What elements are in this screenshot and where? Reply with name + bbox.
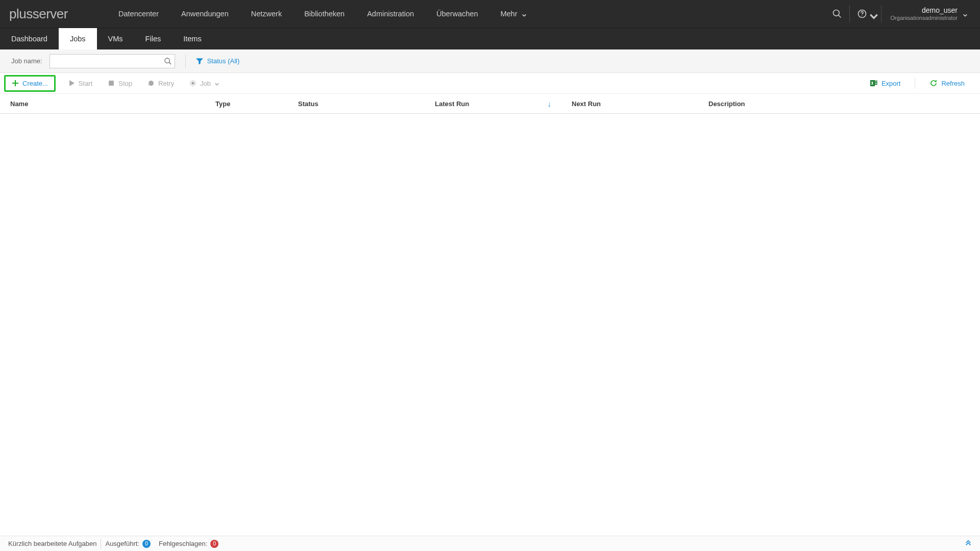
user-role: Organisationsadministrator bbox=[891, 15, 958, 21]
nav-anwendungen[interactable]: Anwendungen bbox=[170, 0, 240, 28]
stop-icon bbox=[108, 80, 115, 87]
col-status[interactable]: Status bbox=[293, 100, 430, 108]
gear-icon bbox=[189, 80, 197, 87]
tab-files[interactable]: Files bbox=[134, 28, 173, 49]
tab-dashboard[interactable]: Dashboard bbox=[0, 28, 59, 49]
svg-rect-10 bbox=[875, 82, 877, 83]
start-label: Start bbox=[79, 80, 92, 87]
help-menu[interactable] bbox=[849, 5, 881, 22]
brand-logo: plusserver bbox=[0, 6, 107, 22]
job-name-search-input[interactable] bbox=[50, 54, 175, 68]
separator bbox=[915, 78, 915, 89]
nav-ueberwachen[interactable]: Überwachen bbox=[425, 0, 489, 28]
nav-administration[interactable]: Administration bbox=[356, 0, 425, 28]
col-next-run[interactable]: Next Run bbox=[567, 100, 703, 108]
chevron-down-icon bbox=[963, 11, 968, 16]
status-failed[interactable]: Fehlgeschlagen: 0 bbox=[155, 540, 223, 548]
col-type[interactable]: Type bbox=[210, 100, 293, 108]
create-button[interactable]: Create... bbox=[4, 75, 56, 92]
svg-line-5 bbox=[169, 62, 171, 64]
chevron-down-icon bbox=[869, 11, 874, 16]
global-search-button[interactable] bbox=[825, 5, 849, 22]
separator bbox=[185, 55, 186, 68]
chevron-down-icon bbox=[214, 81, 219, 86]
status-bar-expand[interactable] bbox=[965, 539, 976, 548]
user-name: demo_user bbox=[922, 7, 958, 14]
nav-more-label: Mehr bbox=[500, 10, 517, 18]
svg-point-7 bbox=[192, 82, 194, 84]
search-icon bbox=[832, 9, 842, 19]
svg-point-3 bbox=[862, 16, 862, 16]
tab-items[interactable]: Items bbox=[172, 28, 212, 49]
status-executed-badge: 0 bbox=[142, 540, 151, 548]
sub-nav: Dashboard Jobs VMs Files Items bbox=[0, 28, 980, 49]
search-wrap bbox=[50, 54, 175, 68]
table-header: Name Type Status Latest Run ↓ Next Run D… bbox=[0, 93, 980, 114]
filter-icon bbox=[196, 58, 203, 65]
table-body-empty bbox=[0, 114, 980, 536]
filter-label: Job name: bbox=[11, 57, 42, 65]
status-filter-label: Status (All) bbox=[207, 57, 240, 65]
stop-label: Stop bbox=[118, 80, 132, 87]
svg-point-4 bbox=[165, 58, 169, 63]
nav-netzwerk[interactable]: Netzwerk bbox=[240, 0, 293, 28]
nav-more[interactable]: Mehr bbox=[489, 0, 537, 28]
status-filter[interactable]: Status (All) bbox=[196, 57, 240, 65]
play-icon bbox=[68, 80, 75, 87]
col-description[interactable]: Description bbox=[703, 100, 975, 108]
retry-label: Retry bbox=[158, 80, 174, 87]
retry-button: Retry bbox=[142, 78, 179, 89]
toolbar: Create... Start Stop Retry Job Export bbox=[0, 73, 980, 93]
job-label: Job bbox=[200, 80, 211, 87]
export-button[interactable]: Export bbox=[865, 77, 906, 89]
refresh-button[interactable]: Refresh bbox=[924, 77, 970, 89]
plus-icon bbox=[12, 80, 19, 87]
nav-datencenter[interactable]: Datencenter bbox=[107, 0, 170, 28]
status-failed-badge: 0 bbox=[210, 540, 218, 548]
create-label: Create... bbox=[22, 80, 48, 87]
user-menu[interactable]: demo_user Organisationsadministrator bbox=[881, 5, 974, 22]
toolbar-right: Export Refresh bbox=[865, 77, 977, 89]
primary-nav: Datencenter Anwendungen Netzwerk Bibliot… bbox=[107, 0, 538, 28]
nav-bibliotheken[interactable]: Bibliotheken bbox=[293, 0, 356, 28]
tab-vms[interactable]: VMs bbox=[97, 28, 134, 49]
refresh-label: Refresh bbox=[941, 80, 965, 87]
svg-rect-9 bbox=[875, 81, 877, 82]
excel-icon bbox=[870, 79, 878, 87]
status-recent-tasks[interactable]: Kürzlich bearbeitete Aufgaben bbox=[4, 540, 101, 547]
svg-rect-11 bbox=[875, 84, 877, 85]
col-name[interactable]: Name bbox=[5, 100, 210, 108]
col-latest-run-label: Latest Run bbox=[435, 100, 469, 108]
refresh-icon bbox=[929, 79, 938, 87]
sort-arrow-down-icon: ↓ bbox=[548, 99, 552, 108]
tab-jobs[interactable]: Jobs bbox=[59, 28, 97, 49]
svg-point-0 bbox=[833, 10, 839, 16]
job-menu: Job bbox=[184, 78, 225, 89]
status-executed[interactable]: Ausgeführt: 0 bbox=[101, 540, 155, 548]
filter-bar: Job name: Status (All) bbox=[0, 49, 980, 73]
status-bar: Kürzlich bearbeitete Aufgaben Ausgeführt… bbox=[0, 536, 980, 551]
help-icon bbox=[857, 9, 867, 19]
svg-rect-6 bbox=[109, 81, 114, 86]
top-bar: plusserver Datencenter Anwendungen Netzw… bbox=[0, 0, 980, 28]
start-button: Start bbox=[63, 78, 97, 89]
search-icon bbox=[164, 57, 172, 65]
stop-button: Stop bbox=[103, 78, 137, 89]
svg-line-1 bbox=[838, 15, 841, 18]
export-label: Export bbox=[881, 80, 901, 87]
retry-icon bbox=[148, 80, 155, 87]
chevron-double-up-icon bbox=[965, 539, 972, 546]
status-failed-label: Fehlgeschlagen: bbox=[159, 540, 207, 547]
chevron-down-icon bbox=[522, 11, 527, 16]
topbar-right: demo_user Organisationsadministrator bbox=[825, 0, 980, 28]
brand-text: plusserver bbox=[9, 6, 68, 22]
col-latest-run[interactable]: Latest Run ↓ bbox=[430, 99, 567, 108]
status-executed-label: Ausgeführt: bbox=[105, 540, 139, 547]
user-text: demo_user Organisationsadministrator bbox=[891, 7, 958, 20]
search-button[interactable] bbox=[161, 55, 175, 68]
